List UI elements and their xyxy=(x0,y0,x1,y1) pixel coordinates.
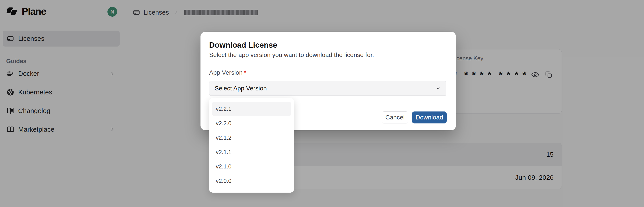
field-label-text: App Version xyxy=(209,69,242,76)
app-version-dropdown: v2.2.1 v2.2.0 v2.1.2 v2.1.1 v2.1.0 v2.0.… xyxy=(209,98,294,192)
app-root: Plane N Licenses Guides Docker xyxy=(0,0,644,207)
modal-title: Download License xyxy=(209,40,277,50)
select-placeholder: Select App Version xyxy=(215,85,436,92)
dropdown-option-v2-0-0[interactable]: v2.0.0 xyxy=(212,174,291,188)
cancel-button[interactable]: Cancel xyxy=(382,112,408,124)
dropdown-option-v2-2-0[interactable]: v2.2.0 xyxy=(212,116,291,130)
required-asterisk: * xyxy=(244,69,246,76)
app-version-select[interactable]: Select App Version xyxy=(209,81,446,96)
modal-subtitle: Select the app version you want to downl… xyxy=(209,52,374,58)
chevron-down-icon xyxy=(436,86,441,91)
dropdown-option-v2-1-2[interactable]: v2.1.2 xyxy=(212,130,291,145)
download-button[interactable]: Download xyxy=(412,112,446,124)
dropdown-option-v2-1-0[interactable]: v2.1.0 xyxy=(212,159,291,174)
dropdown-option-v2-2-1[interactable]: v2.2.1 xyxy=(212,102,291,116)
app-version-field-label: App Version* xyxy=(209,69,246,76)
dropdown-option-v2-1-1[interactable]: v2.1.1 xyxy=(212,145,291,159)
